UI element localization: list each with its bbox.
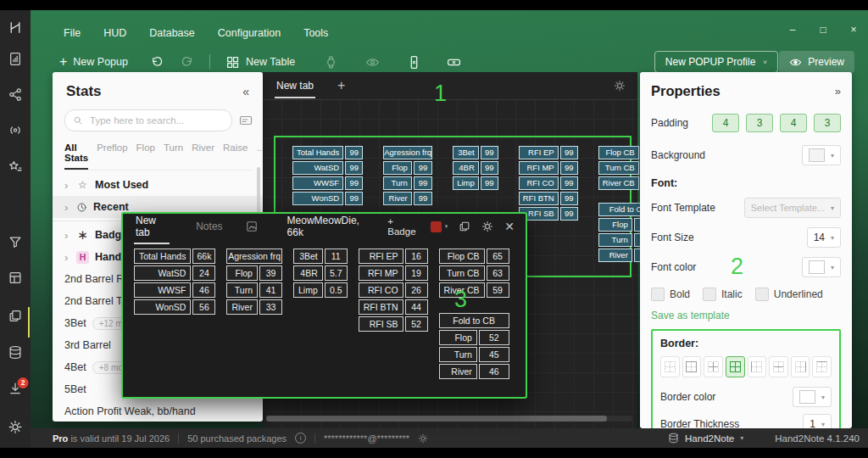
- stat-cell-label[interactable]: WWSF: [292, 176, 343, 190]
- stat-cell-value[interactable]: 99: [560, 207, 578, 221]
- popup-settings-gear-icon[interactable]: [481, 221, 493, 232]
- stat-group-header[interactable]: Agression frq: [383, 146, 432, 159]
- stat-group[interactable]: RFI EP99RFI MP99RFI CO99RFI BTN99RFI SB9…: [519, 146, 578, 221]
- preview-button[interactable]: Preview: [779, 51, 854, 73]
- stat-cell-value[interactable]: 0.5: [325, 282, 348, 298]
- checkbox-bold[interactable]: Bold: [651, 288, 690, 301]
- stat-cell-value[interactable]: 56: [192, 299, 215, 315]
- info-icon[interactable]: i: [295, 433, 306, 444]
- stat-cell-label[interactable]: Limp: [293, 282, 323, 298]
- stat-cell-value[interactable]: 5.7: [325, 265, 348, 281]
- stat-cell-label[interactable]: Turn: [598, 233, 632, 247]
- stat-group[interactable]: 3Bet994BR99Limp99: [453, 146, 498, 190]
- stat-cell-value[interactable]: 24: [192, 265, 215, 281]
- sidebar-group-most-used[interactable]: ›☆Most Used: [53, 174, 263, 196]
- border-color-dropdown[interactable]: ▾: [793, 387, 832, 407]
- stat-cell-label[interactable]: Flop: [439, 330, 477, 345]
- stat-cell-label[interactable]: RFI CO: [359, 282, 403, 298]
- stat-cell-value[interactable]: 39: [259, 265, 282, 281]
- border-style-button-3[interactable]: [704, 356, 723, 377]
- menu-database[interactable]: Database: [149, 27, 195, 39]
- stat-cell-value[interactable]: 99: [345, 192, 363, 205]
- stat-cell-value[interactable]: 99: [560, 176, 578, 190]
- stat-cell-value[interactable]: 45: [479, 347, 509, 362]
- font-size-dropdown[interactable]: 14 ▾: [807, 227, 841, 248]
- stat-cell-label[interactable]: Limp: [453, 176, 479, 190]
- stat-cell-value[interactable]: 11: [325, 249, 348, 264]
- stat-cell-label[interactable]: River: [383, 192, 412, 205]
- stat-cell-value[interactable]: 65: [487, 249, 509, 264]
- sidebar-tab--[interactable]: ...: [256, 142, 263, 170]
- stat-cell-value[interactable]: 59: [487, 282, 509, 298]
- stat-cell-label[interactable]: 3Bet: [453, 146, 479, 159]
- border-style-button-2[interactable]: [682, 356, 702, 377]
- sidebar-tab-flop[interactable]: Flop: [136, 142, 155, 170]
- stat-cell-value[interactable]: 26: [405, 282, 428, 298]
- stat-cell-value[interactable]: 99: [414, 161, 432, 175]
- canvas-tab-newtab[interactable]: New tab: [275, 74, 315, 98]
- active-database-dropdown[interactable]: Hand2Note: [685, 433, 734, 444]
- stat-cell-label[interactable]: Turn: [383, 176, 412, 190]
- stat-group-header[interactable]: Agression frq: [226, 249, 282, 264]
- padding-value-2[interactable]: 4: [780, 114, 807, 132]
- stat-cell-value[interactable]: 99: [560, 146, 578, 159]
- search-box[interactable]: [64, 109, 232, 131]
- stat-cell-label[interactable]: River: [439, 364, 477, 379]
- popup-tab-notes[interactable]: Notes: [196, 221, 222, 232]
- tab-settings-gear-icon[interactable]: [614, 80, 626, 92]
- broadcast-icon[interactable]: [8, 123, 23, 137]
- stat-cell-label[interactable]: WatSD: [292, 161, 343, 175]
- watch-icon[interactable]: [324, 55, 338, 70]
- add-tab-button[interactable]: +: [337, 78, 345, 93]
- stat-cell-value[interactable]: 33: [259, 299, 282, 315]
- stat-cell-value[interactable]: 99: [560, 161, 578, 175]
- add-badge-button[interactable]: + Badge: [387, 216, 419, 237]
- border-style-button-5[interactable]: [748, 356, 767, 377]
- popup-layout-icon[interactable]: [8, 271, 23, 285]
- border-style-button-4[interactable]: [726, 356, 745, 377]
- stat-cell-label[interactable]: 4BR: [453, 161, 479, 175]
- font-template-dropdown[interactable]: Select Template... ▾: [744, 198, 841, 218]
- stat-cell-label[interactable]: Flop: [226, 265, 258, 281]
- menu-file[interactable]: File: [64, 27, 81, 39]
- minimize-button[interactable]: –: [787, 24, 798, 36]
- stat-cell-label[interactable]: Turn CB: [598, 161, 639, 175]
- stat-cell-value[interactable]: 99: [345, 146, 363, 159]
- stat-cell-label[interactable]: WonSD: [134, 299, 191, 315]
- stat-cell-label[interactable]: WonSD: [292, 192, 343, 205]
- stat-cell-label[interactable]: RFI BTN: [519, 192, 559, 205]
- menu-hud[interactable]: HUD: [103, 27, 126, 39]
- collapse-sidebar-icon[interactable]: «: [242, 85, 249, 98]
- checkbox-underlined[interactable]: Underlined: [755, 288, 823, 301]
- maximize-button[interactable]: □: [817, 24, 829, 36]
- stat-cell-label[interactable]: RFI EP: [519, 146, 559, 159]
- stat-group[interactable]: Agression frqFlop99Turn99River99: [383, 146, 432, 205]
- padding-value-0[interactable]: 4: [712, 114, 739, 132]
- stat-cell-label[interactable]: RFI SB: [359, 316, 403, 332]
- save-as-template-link[interactable]: Save as template: [651, 310, 841, 321]
- account-settings-gear-icon[interactable]: [418, 433, 428, 444]
- stat-group[interactable]: 3Bet114BR5.7Limp0.5: [293, 249, 348, 298]
- redo-icon[interactable]: [180, 55, 194, 70]
- search-input[interactable]: [88, 114, 224, 126]
- stat-cell-value[interactable]: 99: [414, 192, 432, 205]
- stat-cell-value[interactable]: 99: [481, 146, 498, 159]
- padding-value-1[interactable]: 3: [746, 114, 773, 132]
- stat-cell-value[interactable]: 99: [481, 161, 498, 175]
- stat-cell-value[interactable]: 52: [405, 316, 428, 332]
- stat-group-header[interactable]: Fold to CB: [439, 313, 509, 328]
- stat-cell-value[interactable]: 99: [414, 176, 432, 190]
- settings-gear-icon[interactable]: [8, 420, 23, 434]
- menu-configuration[interactable]: Configuration: [218, 27, 281, 39]
- stat-group[interactable]: Flop CB65Turn CB63River CB59: [439, 249, 509, 298]
- stat-cell-label[interactable]: Total Hands: [292, 146, 343, 159]
- new-table-button[interactable]: New Table: [225, 55, 295, 70]
- stat-cell-label[interactable]: 3Bet: [293, 249, 323, 264]
- border-style-button-8[interactable]: [812, 356, 832, 377]
- close-button[interactable]: ×: [848, 24, 860, 36]
- duplicate-icon[interactable]: [459, 221, 470, 232]
- stat-cell-value[interactable]: 99: [345, 176, 363, 190]
- stat-cell-label[interactable]: RFI MP: [519, 161, 559, 175]
- sidebar-tab-turn[interactable]: Turn: [164, 142, 183, 170]
- sidebar-tab-all-stats[interactable]: All Stats: [64, 142, 88, 170]
